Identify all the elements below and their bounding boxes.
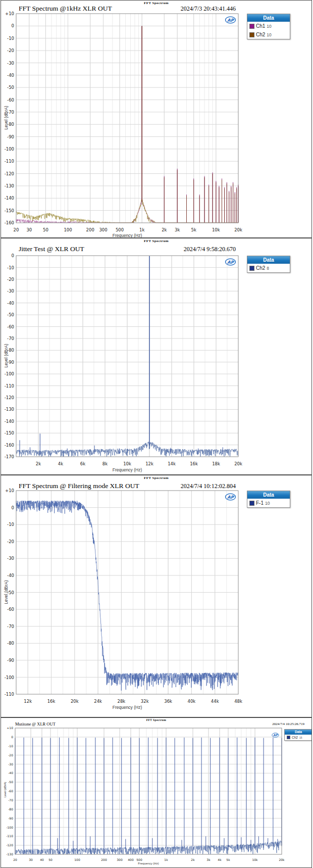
svg-text:10k: 10k xyxy=(212,227,220,232)
svg-text:-130: -130 xyxy=(5,183,14,188)
svg-text:36k: 36k xyxy=(164,699,172,704)
svg-text:300: 300 xyxy=(99,227,107,232)
svg-text:44k: 44k xyxy=(211,699,219,704)
svg-text:200: 200 xyxy=(101,858,107,861)
svg-text:100: 100 xyxy=(74,858,80,861)
legend-series-name: F-1 xyxy=(256,500,264,506)
legend-header: Data xyxy=(247,256,290,264)
legend-item-ch2[interactable]: Ch28 xyxy=(247,264,290,272)
svg-text:-110: -110 xyxy=(5,159,14,164)
svg-text:2k: 2k xyxy=(191,858,195,861)
series-color-swatch xyxy=(249,501,254,506)
svg-text:0: 0 xyxy=(12,253,14,258)
svg-text:-80: -80 xyxy=(7,641,14,646)
legend-header: Data xyxy=(247,14,290,22)
svg-text:10k: 10k xyxy=(123,461,131,466)
svg-text:4k: 4k xyxy=(218,858,222,861)
legend-item-ch2[interactable]: Ch215 xyxy=(285,735,312,740)
svg-text:-30: -30 xyxy=(8,762,13,766)
x-axis-label: Frequency (Hz) xyxy=(15,862,282,865)
svg-text:-10: -10 xyxy=(7,36,14,41)
svg-text:16k: 16k xyxy=(47,699,56,704)
svg-text:12k: 12k xyxy=(24,699,32,704)
svg-text:100: 100 xyxy=(64,227,72,232)
legend-header: Data xyxy=(285,730,312,735)
ap-logo: AP xyxy=(272,731,279,740)
svg-text:28k: 28k xyxy=(118,699,126,704)
svg-text:-70: -70 xyxy=(7,110,14,115)
svg-text:-50: -50 xyxy=(7,590,14,595)
svg-text:-150: -150 xyxy=(5,208,14,213)
svg-text:AP: AP xyxy=(227,18,235,23)
svg-text:-40: -40 xyxy=(7,73,14,78)
svg-text:1k: 1k xyxy=(164,858,168,861)
legend-box: DataF-110 xyxy=(247,491,290,508)
svg-text:10k: 10k xyxy=(252,858,258,861)
svg-text:20k: 20k xyxy=(279,858,285,861)
svg-text:-100: -100 xyxy=(6,826,13,829)
svg-text:-150: -150 xyxy=(5,430,14,436)
svg-text:40k: 40k xyxy=(188,699,196,704)
svg-text:-90: -90 xyxy=(7,658,14,663)
svg-text:40: 40 xyxy=(40,858,44,861)
svg-text:-80: -80 xyxy=(8,807,13,811)
legend-item-ch1[interactable]: Ch110 xyxy=(247,22,290,30)
legend-item-f-1[interactable]: F-110 xyxy=(247,499,290,507)
fft-panel-3: FFT Spectrum FFT Spectrum @ Filtering mo… xyxy=(1,475,312,717)
svg-text:-80: -80 xyxy=(7,122,14,127)
svg-text:4k: 4k xyxy=(58,461,63,466)
svg-text:-60: -60 xyxy=(7,324,14,329)
svg-text:-100: -100 xyxy=(5,675,14,680)
svg-text:300: 300 xyxy=(117,858,123,861)
svg-text:-90: -90 xyxy=(7,360,14,365)
svg-text:-120: -120 xyxy=(5,395,14,400)
svg-text:-70: -70 xyxy=(7,624,14,629)
svg-text:AP: AP xyxy=(227,260,235,265)
svg-text:30: 30 xyxy=(26,227,32,232)
svg-text:32k: 32k xyxy=(141,699,149,704)
legend-series-value: 10 xyxy=(267,32,271,37)
svg-text:-20: -20 xyxy=(7,48,14,53)
svg-text:-90: -90 xyxy=(8,816,13,820)
svg-text:6k: 6k xyxy=(80,461,85,466)
svg-text:-40: -40 xyxy=(8,771,13,775)
spectrum-plot-4[interactable]: +100-10-20-30-40-50-60-70-80-90-100-110-… xyxy=(1,718,311,867)
svg-text:1k: 1k xyxy=(139,227,144,232)
fft-panel-1: FFT Spectrum FFT Spectrum @1kHz XLR OUT … xyxy=(1,0,312,238)
legend-series-name: Ch1 xyxy=(256,23,265,29)
series-color-swatch xyxy=(249,24,254,29)
series-color-swatch xyxy=(249,32,254,37)
svg-text:-60: -60 xyxy=(8,789,13,793)
svg-text:-10: -10 xyxy=(7,522,14,527)
ap-logo: AP xyxy=(225,258,236,268)
svg-text:+10: +10 xyxy=(7,726,13,730)
svg-text:-30: -30 xyxy=(7,288,14,294)
svg-text:30: 30 xyxy=(29,858,33,861)
svg-text:500: 500 xyxy=(136,858,142,861)
svg-text:-110: -110 xyxy=(5,383,14,389)
svg-text:20k: 20k xyxy=(234,227,242,232)
spectrum-plot-3[interactable]: +100-10-20-30-40-50-60-70-80-90-100-1101… xyxy=(1,475,311,717)
svg-text:-20: -20 xyxy=(7,539,14,544)
svg-text:-60: -60 xyxy=(7,607,14,612)
legend-item-ch2[interactable]: Ch210 xyxy=(247,30,290,39)
svg-text:-10: -10 xyxy=(8,744,13,748)
svg-text:AP: AP xyxy=(227,495,235,500)
svg-text:-130: -130 xyxy=(6,852,13,856)
legend-series-value: 10 xyxy=(267,24,271,29)
spectrum-plot-2[interactable]: 0-10-20-30-40-50-60-70-80-90-100-110-120… xyxy=(1,238,311,474)
svg-text:-160: -160 xyxy=(5,220,14,225)
svg-text:3k: 3k xyxy=(206,858,211,861)
svg-text:-140: -140 xyxy=(5,196,14,201)
legend-series-value: 8 xyxy=(267,266,269,271)
svg-text:3k: 3k xyxy=(175,227,180,232)
svg-text:50: 50 xyxy=(43,227,48,232)
svg-text:0: 0 xyxy=(12,505,14,510)
svg-text:5k: 5k xyxy=(191,227,196,232)
svg-text:200: 200 xyxy=(86,227,94,232)
svg-text:2k: 2k xyxy=(162,227,167,232)
svg-text:+10: +10 xyxy=(5,488,14,493)
svg-text:-140: -140 xyxy=(5,419,14,424)
svg-text:18k: 18k xyxy=(212,461,220,466)
svg-text:-60: -60 xyxy=(7,98,14,103)
